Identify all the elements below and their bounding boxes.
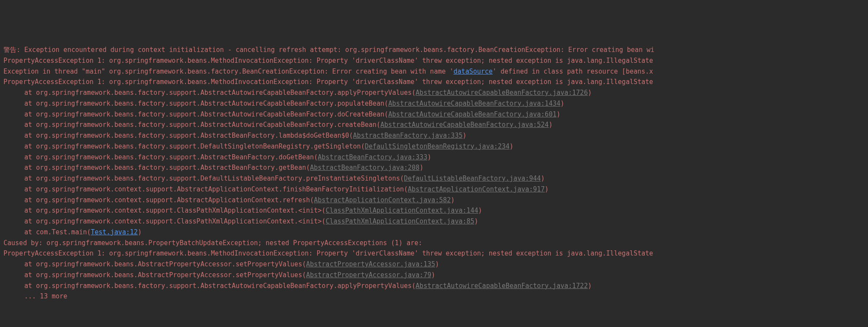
log-line: at org.springframework.beans.factory.sup…	[3, 281, 865, 291]
stack-at: at	[24, 260, 36, 268]
stack-at: at	[24, 132, 36, 139]
log-line: PropertyAccessException 1: org.springfra…	[3, 55, 865, 66]
paren-open: (	[412, 282, 416, 290]
stack-method: org.springframework.context.support.Clas…	[36, 217, 322, 225]
source-link[interactable]: AbstractBeanFactory.java:335	[353, 132, 463, 139]
paren-close: )	[556, 110, 560, 118]
log-line: PropertyAccessException 1: org.springfra…	[3, 248, 865, 259]
paren-open: (	[302, 271, 306, 279]
stack-at: at	[24, 185, 36, 193]
stack-method: org.springframework.beans.factory.suppor…	[36, 132, 349, 139]
log-line: at org.springframework.beans.factory.sup…	[3, 141, 865, 152]
paren-open: (	[310, 196, 314, 204]
paren-open: (	[302, 260, 306, 268]
log-line: at org.springframework.beans.factory.sup…	[3, 109, 865, 120]
stack-at: at	[24, 100, 36, 107]
stack-method: org.springframework.beans.factory.suppor…	[36, 175, 400, 182]
log-line: at org.springframework.beans.factory.sup…	[3, 173, 865, 184]
log-line: at org.springframework.beans.factory.sup…	[3, 130, 865, 141]
source-link[interactable]: AbstractPropertyAccessor.java:79	[306, 271, 431, 279]
log-text: ' defined in class path resource [beans.…	[493, 68, 653, 75]
source-link[interactable]: DefaultListableBeanFactory.java:944	[404, 175, 541, 182]
log-line: PropertyAccessException 1: org.springfra…	[3, 77, 865, 87]
paren-open: (	[361, 142, 365, 150]
stack-method: org.springframework.beans.factory.suppor…	[36, 142, 361, 150]
paren-open: (	[404, 185, 408, 193]
console-output: 警告: Exception encountered during context…	[3, 45, 865, 302]
source-link[interactable]: AbstractBeanFactory.java:208	[310, 164, 419, 172]
source-link[interactable]: ClassPathXmlApplicationContext.java:144	[325, 207, 478, 214]
paren-close: )	[462, 132, 466, 139]
log-line: at org.springframework.context.support.A…	[3, 184, 865, 195]
source-link[interactable]: AbstractAutowireCapableBeanFactory.java:…	[380, 121, 549, 129]
paren-open: (	[314, 153, 318, 161]
paren-close: )	[588, 282, 592, 290]
source-link[interactable]: AbstractAutowireCapableBeanFactory.java:…	[388, 100, 560, 107]
stack-at: at	[24, 282, 36, 290]
paren-close: )	[427, 153, 431, 161]
log-line: 警告: Exception encountered during context…	[3, 45, 865, 55]
log-line: at org.springframework.beans.factory.sup…	[3, 162, 865, 173]
paren-close: )	[419, 164, 423, 172]
stack-method: org.springframework.beans.factory.suppor…	[36, 121, 377, 129]
stack-at: at	[24, 207, 36, 214]
paren-open: (	[349, 132, 353, 139]
paren-open: (	[412, 89, 416, 97]
log-line: at org.springframework.beans.factory.sup…	[3, 98, 865, 109]
stack-method: com.Test.main	[36, 228, 87, 236]
source-link[interactable]: AbstractAutowireCapableBeanFactory.java:…	[416, 89, 588, 97]
log-text: PropertyAccessException 1: org.springfra…	[3, 249, 653, 257]
paren-close: )	[510, 142, 514, 150]
source-link[interactable]: AbstractApplicationContext.java:917	[408, 185, 545, 193]
paren-open: (	[384, 110, 388, 118]
stack-method: org.springframework.beans.factory.suppor…	[36, 153, 314, 161]
paren-close: )	[549, 121, 553, 129]
source-link[interactable]: AbstractAutowireCapableBeanFactory.java:…	[416, 282, 588, 290]
source-link[interactable]: Test.java:12	[91, 228, 138, 236]
log-text: 警告: Exception encountered during context…	[3, 46, 654, 54]
stack-at: at	[24, 164, 36, 172]
log-line: Caused by: org.springframework.beans.Pro…	[3, 238, 865, 249]
stack-method: org.springframework.beans.factory.suppor…	[36, 110, 384, 118]
paren-open: (	[384, 100, 388, 107]
stack-method: org.springframework.beans.AbstractProper…	[36, 260, 302, 268]
stack-method: org.springframework.context.support.Abst…	[36, 185, 404, 193]
log-line: at org.springframework.beans.AbstractPro…	[3, 270, 865, 281]
stack-method: org.springframework.beans.factory.suppor…	[36, 100, 384, 107]
paren-close: )	[478, 207, 482, 214]
source-link[interactable]: AbstractAutowireCapableBeanFactory.java:…	[388, 110, 556, 118]
source-link[interactable]: AbstractApplicationContext.java:582	[314, 196, 451, 204]
paren-close: )	[545, 185, 549, 193]
stack-method: org.springframework.beans.factory.suppor…	[36, 89, 412, 97]
source-link[interactable]: DefaultSingletonBeanRegistry.java:234	[365, 142, 510, 150]
source-link[interactable]: AbstractPropertyAccessor.java:135	[306, 260, 435, 268]
log-line: at org.springframework.beans.factory.sup…	[3, 87, 865, 98]
stack-method: org.springframework.context.support.Clas…	[36, 207, 322, 214]
stack-method: org.springframework.beans.AbstractProper…	[36, 271, 302, 279]
log-line: at org.springframework.beans.factory.sup…	[3, 120, 865, 130]
stack-at: at	[24, 271, 36, 279]
paren-close: )	[451, 196, 455, 204]
paren-open: (	[377, 121, 380, 129]
source-link[interactable]: ClassPathXmlApplicationContext.java:85	[325, 217, 474, 225]
paren-open: (	[306, 164, 310, 172]
stack-at: at	[24, 110, 36, 118]
log-line: ... 13 more	[3, 291, 865, 302]
log-text: PropertyAccessException 1: org.springfra…	[3, 57, 653, 65]
paren-close: )	[588, 89, 592, 97]
paren-close: )	[435, 260, 439, 268]
source-link[interactable]: dataSource	[454, 68, 493, 75]
stack-at: at	[24, 196, 36, 204]
log-line: Exception in thread "main" org.springfra…	[3, 66, 865, 77]
paren-close: )	[475, 217, 478, 225]
source-link[interactable]: AbstractBeanFactory.java:333	[318, 153, 427, 161]
log-line: at org.springframework.beans.factory.sup…	[3, 152, 865, 163]
log-line: at com.Test.main(Test.java:12)	[3, 227, 865, 238]
stack-at: at	[24, 175, 36, 182]
paren-close: )	[431, 271, 435, 279]
log-text: PropertyAccessException 1: org.springfra…	[3, 78, 653, 86]
stack-at: at	[24, 228, 36, 236]
paren-open: (	[400, 175, 404, 182]
log-text: ... 13 more	[24, 292, 67, 300]
stack-method: org.springframework.context.support.Abst…	[36, 196, 310, 204]
